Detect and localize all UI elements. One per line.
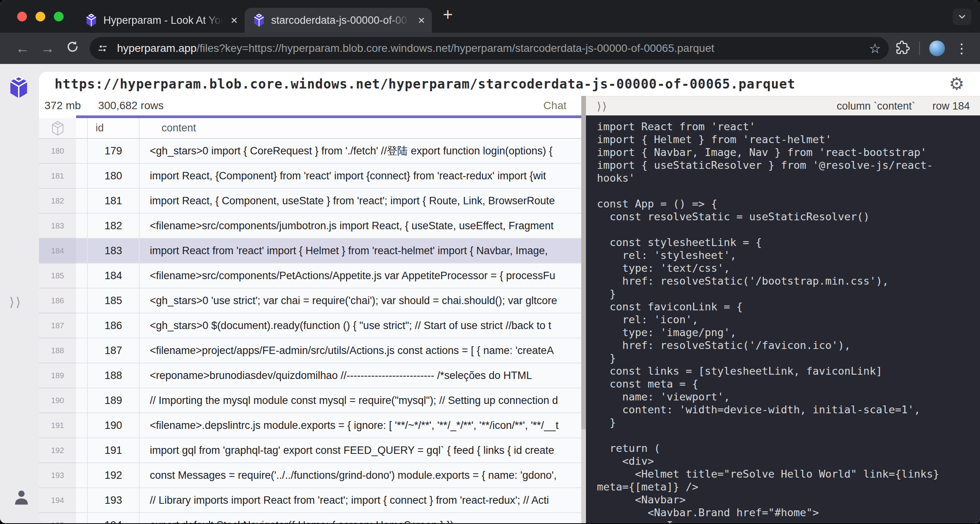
close-window-button[interactable] (17, 12, 27, 21)
row-number[interactable]: 191 (39, 413, 76, 438)
table-row[interactable]: 190 189 // Importing the mysql module co… (39, 388, 581, 413)
row-spacer-cell (76, 438, 88, 463)
bookmark-star-icon[interactable]: ☆ (869, 41, 881, 56)
table-row[interactable]: 192 191 import gql from 'graphql-tag' ex… (39, 438, 581, 463)
cell-content[interactable]: // Library imports import React from 're… (140, 488, 581, 513)
row-number[interactable]: 183 (39, 214, 76, 239)
row-number[interactable]: 186 (39, 289, 76, 313)
column-header-id[interactable]: id (88, 118, 140, 138)
tab-hyperparam[interactable]: Hyperparam - Look At Your Da × (77, 8, 245, 33)
cell-content[interactable]: <filename>.depslintrc.js module.exports … (140, 413, 581, 438)
cell-id[interactable]: 190 (88, 413, 140, 438)
gear-icon[interactable]: ⚙ (949, 75, 964, 92)
cell-content[interactable]: <filename>src/components/PetActions/Appe… (140, 264, 581, 289)
table-row[interactable]: 195 194 export default StackNavigator({ … (39, 513, 581, 523)
cell-content[interactable]: <filename>project/apps/FE-admin/src/util… (140, 338, 581, 363)
minimize-window-button[interactable] (36, 12, 45, 21)
cell-id[interactable]: 188 (88, 363, 140, 388)
cell-content[interactable]: <gh_stars>0 import { CoreRequest } from … (140, 139, 581, 164)
row-number[interactable]: 192 (39, 438, 76, 463)
panel-collapse-icon[interactable]: ⟩⟩ (597, 100, 608, 113)
omnibox[interactable]: hyperparam.app/files?key=https://hyperpa… (90, 37, 889, 60)
cell-id[interactable]: 194 (88, 513, 140, 523)
row-number[interactable]: 194 (39, 488, 76, 513)
row-count-label: 300,682 rows (98, 99, 163, 112)
table-row[interactable]: 191 190 <filename>.depslintrc.js module.… (39, 413, 581, 438)
cell-content-viewer[interactable]: import React from 'react' import { Helme… (586, 115, 980, 523)
cell-id[interactable]: 191 (88, 438, 140, 463)
cell-content[interactable]: <filename>src/components/jumbotron.js im… (140, 214, 581, 239)
table-row[interactable]: 184 183 import React from 'react' import… (39, 239, 581, 264)
reload-button[interactable] (62, 39, 83, 58)
cell-content[interactable]: import React, {Component} from 'react' i… (140, 164, 581, 189)
table-row[interactable]: 193 192 const Messages = require('../../… (39, 463, 581, 488)
tab-starcoderdata[interactable]: starcoderdata-js-00000-of-00 × (245, 8, 432, 33)
cell-id[interactable]: 180 (88, 164, 140, 189)
close-tab-icon[interactable]: × (231, 14, 238, 27)
user-icon[interactable] (12, 487, 30, 508)
tab-search-button[interactable] (953, 9, 971, 25)
profile-avatar[interactable] (929, 41, 945, 56)
row-number[interactable]: 190 (39, 388, 76, 413)
row-number[interactable]: 181 (39, 164, 76, 189)
cell-content[interactable]: const Messages = require('../../function… (140, 463, 581, 488)
row-number[interactable]: 188 (39, 338, 76, 363)
table-row[interactable]: 189 188 <reponame>brunodiasdev/quizdomil… (39, 363, 581, 388)
row-number[interactable]: 185 (39, 264, 76, 289)
cell-id[interactable]: 184 (88, 264, 140, 289)
table-toolbar: 372 mb 300,682 rows Chat (39, 96, 581, 115)
site-settings-icon[interactable] (94, 39, 112, 57)
forward-button[interactable]: → (37, 40, 59, 57)
row-number[interactable]: 195 (39, 513, 76, 523)
cell-id[interactable]: 182 (88, 214, 140, 239)
table-row[interactable]: 194 193 // Library imports import React … (39, 488, 581, 513)
row-number[interactable]: 189 (39, 363, 76, 388)
extensions-icon[interactable] (896, 41, 910, 56)
cell-id[interactable]: 193 (88, 488, 140, 513)
cell-id[interactable]: 179 (88, 139, 140, 164)
row-spacer-cell (76, 363, 88, 388)
url-path: /files?key=https://hyperparam.blob.core.… (197, 42, 714, 54)
new-tab-button[interactable]: + (443, 5, 453, 24)
cell-id[interactable]: 192 (88, 463, 140, 488)
cell-id[interactable]: 185 (88, 289, 140, 313)
cell-id[interactable]: 187 (88, 338, 140, 363)
row-number[interactable]: 184 (39, 239, 76, 264)
close-tab-icon[interactable]: × (418, 14, 425, 27)
cell-content[interactable]: <reponame>brunodiasdev/quizdomilhao //--… (140, 363, 581, 388)
header-spacer-cell (76, 118, 88, 138)
row-number[interactable]: 180 (39, 139, 76, 164)
panel-splitter[interactable] (581, 96, 586, 523)
table-row[interactable]: 181 180 import React, {Component} from '… (39, 164, 581, 189)
column-header-content[interactable]: content (140, 118, 581, 138)
sidebar-expand-icon[interactable]: ⟩⟩ (9, 295, 22, 310)
row-number[interactable]: 187 (39, 313, 76, 338)
table-row[interactable]: 182 181 import React, { Component, useSt… (39, 189, 581, 214)
table-row[interactable]: 188 187 <filename>project/apps/FE-admin/… (39, 338, 581, 363)
row-number[interactable]: 182 (39, 189, 76, 214)
cell-content[interactable]: import React, { Component, useState } fr… (140, 189, 581, 214)
cell-id[interactable]: 186 (88, 313, 140, 338)
hyperparam-logo[interactable] (9, 76, 29, 99)
cell-content[interactable]: <gh_stars>0 $(document).ready(function (… (140, 313, 581, 338)
cell-id[interactable]: 183 (88, 239, 140, 264)
cell-content[interactable]: import React from 'react' import { Helme… (140, 239, 581, 264)
chat-button[interactable]: Chat (543, 99, 581, 112)
cell-content[interactable]: <gh_stars>0 'use strict'; var chai = req… (140, 289, 581, 313)
cell-content[interactable]: import gql from 'graphql-tag' export con… (140, 438, 581, 463)
cell-id[interactable]: 181 (88, 189, 140, 214)
table-row[interactable]: 183 182 <filename>src/components/jumbotr… (39, 214, 581, 239)
table-header: id content (39, 118, 581, 139)
table-row[interactable]: 185 184 <filename>src/components/PetActi… (39, 264, 581, 289)
table-row[interactable]: 186 185 <gh_stars>0 'use strict'; var ch… (39, 289, 581, 313)
table-row[interactable]: 180 179 <gh_stars>0 import { CoreRequest… (39, 139, 581, 164)
cell-id[interactable]: 189 (88, 388, 140, 413)
cell-content[interactable]: // Importing the mysql module const mysq… (140, 388, 581, 413)
browser-menu-icon[interactable]: ⋮ (952, 41, 971, 56)
row-number[interactable]: 193 (39, 463, 76, 488)
cell-content[interactable]: export default StackNavigator({ Home: { … (140, 513, 581, 523)
table-row[interactable]: 187 186 <gh_stars>0 $(document).ready(fu… (39, 313, 581, 338)
back-button[interactable]: ← (12, 40, 34, 57)
cell-detail-panel: ⟩⟩ column `content` row 184 import React… (586, 96, 980, 523)
maximize-window-button[interactable] (54, 12, 64, 21)
